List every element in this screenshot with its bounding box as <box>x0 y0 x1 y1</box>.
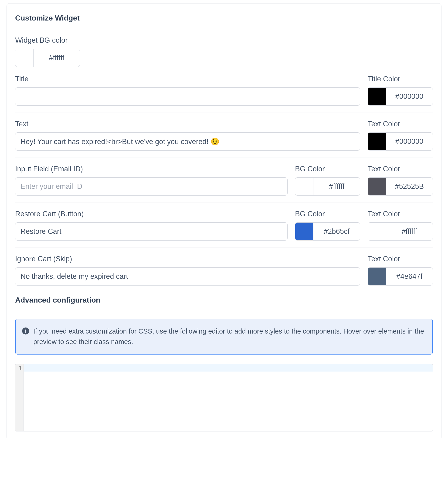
ignore-text-color-label: Text Color <box>368 255 433 263</box>
input-text-color-label: Text Color <box>368 165 433 173</box>
restore-bg-group <box>295 222 360 240</box>
restore-bg-swatch[interactable] <box>295 223 313 240</box>
customize-widget-card: Customize Widget Widget BG color Title T… <box>6 3 442 440</box>
info-alert: i If you need extra customization for CS… <box>15 319 433 354</box>
email-input[interactable] <box>15 177 288 196</box>
widget-bg-swatch[interactable] <box>15 49 33 67</box>
input-text-color-group <box>368 177 433 196</box>
ignore-input[interactable] <box>15 267 360 286</box>
restore-input[interactable] <box>15 222 288 240</box>
input-text-color-swatch[interactable] <box>368 178 386 195</box>
title-color-group <box>368 87 433 106</box>
title-label: Title <box>15 75 360 83</box>
restore-bg-label: BG Color <box>295 210 360 218</box>
restore-text-color-label: Text Color <box>368 210 433 218</box>
section-title-advanced: Advanced configuration <box>15 296 433 310</box>
text-color-group <box>368 132 433 151</box>
input-bg-swatch[interactable] <box>295 178 313 195</box>
text-color-swatch[interactable] <box>368 133 386 150</box>
input-text-color-input[interactable] <box>386 178 433 195</box>
title-color-input[interactable] <box>386 88 433 105</box>
title-input[interactable] <box>15 87 360 106</box>
css-editor-input[interactable] <box>24 364 433 431</box>
restore-text-color-group <box>368 222 433 240</box>
widget-bg-color-group <box>15 49 80 67</box>
ignore-text-color-swatch[interactable] <box>368 268 386 285</box>
restore-bg-input[interactable] <box>313 223 360 240</box>
info-text: If you need extra customization for CSS,… <box>33 326 426 347</box>
editor-gutter: 1 <box>15 364 24 431</box>
title-color-label: Title Color <box>368 75 433 83</box>
info-icon: i <box>22 327 29 334</box>
text-color-input[interactable] <box>386 133 433 150</box>
widget-bg-input[interactable] <box>33 49 80 67</box>
ignore-text-color-group <box>368 267 433 286</box>
input-field-label: Input Field (Email ID) <box>15 165 288 173</box>
ignore-label: Ignore Cart (Skip) <box>15 255 360 263</box>
ignore-text-color-input[interactable] <box>386 268 433 285</box>
widget-bg-label: Widget BG color <box>15 36 433 45</box>
title-color-swatch[interactable] <box>368 88 386 105</box>
input-bg-label: BG Color <box>295 165 360 173</box>
gutter-line-1: 1 <box>15 365 22 372</box>
text-input[interactable] <box>15 132 360 151</box>
restore-text-color-input[interactable] <box>386 223 433 240</box>
text-label: Text <box>15 120 360 128</box>
input-bg-input[interactable] <box>313 178 360 195</box>
restore-text-color-swatch[interactable] <box>368 223 386 240</box>
css-editor: 1 <box>15 364 433 432</box>
text-color-label: Text Color <box>368 120 433 128</box>
input-bg-group <box>295 177 360 196</box>
section-title-customize: Customize Widget <box>15 14 433 28</box>
restore-label: Restore Cart (Button) <box>15 210 288 218</box>
